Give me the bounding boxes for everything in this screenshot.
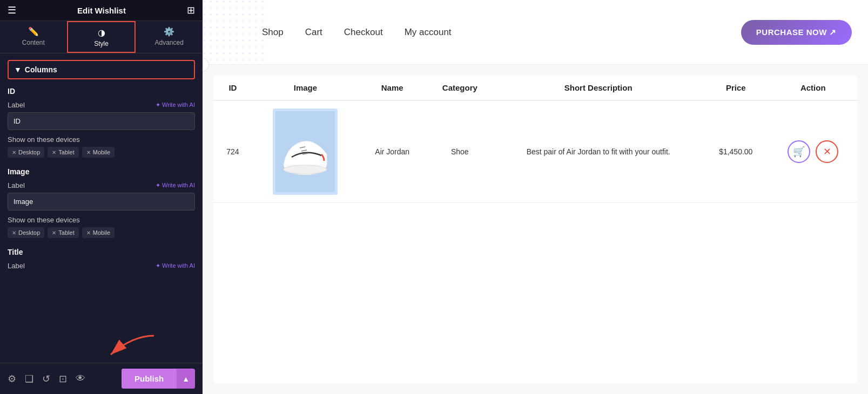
id-show-on-label: Show on these devices [8, 135, 195, 144]
bottom-icons: ⚙ ❑ ↺ ⊡ 👁 [8, 373, 85, 385]
menu-icon[interactable]: ☰ [8, 4, 16, 16]
id-write-ai[interactable]: ✦ Write with AI [156, 101, 195, 108]
left-panel: ☰ Edit Wishlist ⊞ ✏️ Content ◑ Style ⚙️ … [0, 0, 203, 394]
advanced-icon: ⚙️ [164, 26, 174, 37]
title-write-ai[interactable]: ✦ Write with AI [156, 262, 195, 269]
svg-point-8 [284, 165, 327, 174]
id-desktop-tag[interactable]: ✕ Desktop [8, 147, 44, 158]
id-mobile-tag[interactable]: ✕ Mobile [82, 147, 115, 158]
id-label-input[interactable] [8, 112, 195, 130]
action-buttons: 🛒 ✕ [777, 140, 849, 163]
purchase-now-button[interactable]: PURCHASE NOW ↗ [741, 20, 852, 45]
remove-button[interactable]: ✕ [816, 140, 838, 163]
col-header-description: Short Description [494, 76, 703, 100]
tab-content[interactable]: ✏️ Content [0, 21, 67, 53]
col-header-id: ID [213, 76, 252, 100]
style-icon: ◑ [98, 28, 105, 38]
nav-checkout[interactable]: Checkout [344, 27, 383, 38]
nav-links: Shop Cart Checkout My account [262, 27, 452, 38]
id-mobile-label: Mobile [93, 149, 110, 155]
layers-icon[interactable]: ❑ [25, 373, 33, 385]
site-header: Shop Cart Checkout My account PURCHASE N… [203, 0, 868, 65]
collapse-arrow-icon: ▼ [14, 65, 22, 74]
image-label-input[interactable] [8, 193, 195, 210]
id-field-group: ID Label ✦ Write with AI Show on these d… [8, 87, 195, 158]
settings-icon[interactable]: ⚙ [8, 373, 16, 385]
bottom-bar: ⚙ ❑ ↺ ⊡ 👁 Publish ▲ [0, 363, 203, 394]
cell-description: Best pair of Air Jordan to fit with your… [494, 100, 703, 203]
publish-chevron-button[interactable]: ▲ [177, 369, 195, 389]
table-header-row: ID Image Name Category Short Description… [213, 76, 857, 100]
panel-header: ☰ Edit Wishlist ⊞ [0, 0, 203, 21]
publish-button[interactable]: Publish [122, 369, 177, 389]
add-to-cart-button[interactable]: 🛒 [788, 140, 810, 163]
tab-content-label: Content [22, 39, 45, 46]
nav-cart[interactable]: Cart [305, 27, 322, 38]
id-mobile-x-icon: ✕ [86, 150, 91, 155]
id-tablet-x-icon: ✕ [52, 150, 56, 155]
id-device-tags: ✕ Desktop ✕ Tablet ✕ Mobile [8, 147, 195, 158]
tab-advanced-label: Advanced [154, 39, 183, 46]
image-section-title: Image [8, 167, 195, 176]
responsive-icon[interactable]: ⊡ [59, 373, 67, 385]
content-icon: ✏️ [28, 26, 39, 37]
image-label-text: Label [8, 181, 25, 189]
col-header-image: Image [252, 76, 359, 100]
cell-action: 🛒 ✕ [769, 100, 857, 203]
cell-category: Shoe [426, 100, 494, 203]
id-section-title: ID [8, 87, 195, 96]
wishlist-table-container: ID Image Name Category Short Description… [213, 76, 857, 383]
cell-price: $1,450.00 [703, 100, 769, 203]
nav-myaccount[interactable]: My account [405, 27, 452, 38]
image-mobile-tag[interactable]: ✕ Mobile [82, 227, 115, 238]
image-label-row: Label ✦ Write with AI [8, 181, 195, 189]
product-image [273, 108, 338, 195]
col-header-price: Price [703, 76, 769, 100]
image-field-group: Image Label ✦ Write with AI Show on thes… [8, 167, 195, 238]
shoe-svg [275, 111, 335, 192]
col-header-action: Action [769, 76, 857, 100]
preview-icon[interactable]: 👁 [76, 373, 85, 385]
history-icon[interactable]: ↺ [42, 373, 50, 385]
title-label-text: Label [8, 262, 25, 270]
image-show-on-label: Show on these devices [8, 216, 195, 224]
image-tablet-x-icon: ✕ [52, 230, 56, 236]
image-device-tags: ✕ Desktop ✕ Tablet ✕ Mobile [8, 227, 195, 238]
image-mobile-x-icon: ✕ [86, 230, 91, 236]
columns-section-label: Columns [25, 65, 57, 74]
image-tablet-label: Tablet [58, 229, 74, 236]
columns-section-header[interactable]: ▼ Columns [8, 60, 195, 79]
publish-area: Publish ▲ [122, 369, 195, 389]
tab-style-label: Style [94, 40, 109, 47]
right-panel: Shop Cart Checkout My account PURCHASE N… [203, 0, 868, 394]
id-tablet-tag[interactable]: ✕ Tablet [48, 147, 78, 158]
id-tablet-label: Tablet [58, 149, 74, 155]
title-field-group: Title Label ✦ Write with AI [8, 248, 195, 270]
table-row: 724 [213, 100, 857, 203]
wishlist-table: ID Image Name Category Short Description… [213, 76, 857, 203]
id-desktop-label: Desktop [18, 149, 40, 155]
tab-bar: ✏️ Content ◑ Style ⚙️ Advanced [0, 21, 203, 53]
tab-advanced[interactable]: ⚙️ Advanced [136, 21, 203, 53]
cell-id: 724 [213, 100, 252, 203]
col-header-category: Category [426, 76, 494, 100]
grid-icon[interactable]: ⊞ [187, 4, 195, 16]
cell-image [252, 100, 359, 203]
title-section-title: Title [8, 248, 195, 256]
id-desktop-x-icon: ✕ [12, 150, 16, 155]
cell-name: Air Jordan [359, 100, 426, 203]
col-header-name: Name [359, 76, 426, 100]
id-label-text: Label [8, 101, 25, 109]
image-write-ai[interactable]: ✦ Write with AI [156, 182, 195, 189]
image-desktop-x-icon: ✕ [12, 230, 16, 236]
panel-content: ▼ Columns ID Label ✦ Write with AI Show … [0, 53, 203, 363]
dot-pattern-decoration [203, 0, 267, 65]
image-desktop-label: Desktop [18, 229, 40, 236]
image-mobile-label: Mobile [93, 229, 110, 236]
tab-style[interactable]: ◑ Style [67, 21, 136, 53]
id-label-row: Label ✦ Write with AI [8, 101, 195, 109]
svg-rect-2 [203, 0, 267, 65]
image-desktop-tag[interactable]: ✕ Desktop [8, 227, 44, 238]
title-label-row: Label ✦ Write with AI [8, 262, 195, 270]
image-tablet-tag[interactable]: ✕ Tablet [48, 227, 78, 238]
